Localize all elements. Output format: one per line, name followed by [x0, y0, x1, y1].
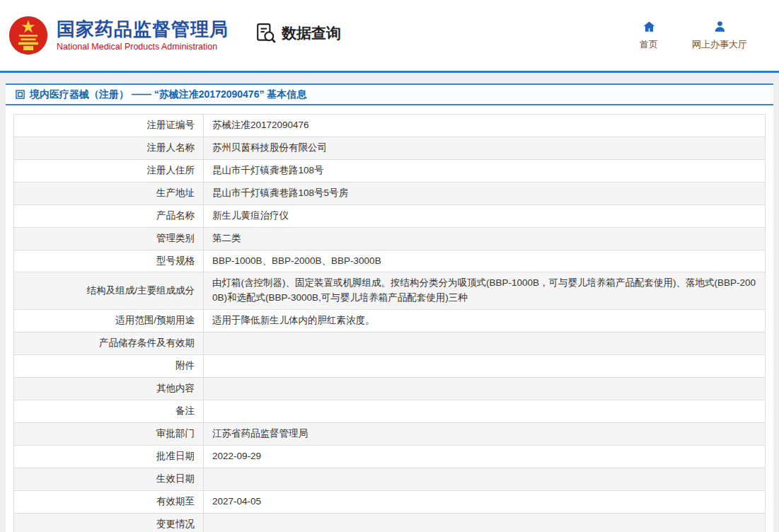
- row-label: 备注: [14, 400, 204, 422]
- top-nav: 首页 网上办事大厅: [640, 20, 747, 51]
- row-label: 产品储存条件及有效期: [14, 332, 204, 355]
- agency-name-cn: 国家药品监督管理局: [57, 19, 229, 40]
- row-label: 批准日期: [14, 445, 204, 468]
- brand-text: 国家药品监督管理局 National Medical Products Admi…: [57, 19, 229, 52]
- table-row: 备注: [14, 400, 766, 422]
- row-value: 2027-04-05: [204, 490, 766, 513]
- row-value: [204, 378, 766, 400]
- row-value: 新生儿黄疸治疗仪: [204, 204, 766, 227]
- table-row: 批准日期 2022-09-29: [14, 445, 766, 468]
- data-query-button[interactable]: 数据查询: [255, 23, 341, 44]
- nmpa-emblem-logo: [8, 16, 48, 55]
- row-label: 产品名称: [14, 204, 204, 227]
- row-label: 有效期至: [14, 490, 204, 513]
- row-value: [204, 355, 766, 378]
- table-row: 适用范围/预期用途 适用于降低新生儿体内的胆红素浓度。: [14, 310, 766, 332]
- row-value: BBP-1000B、BBP-2000B、BBP-3000B: [204, 250, 766, 272]
- table-row: 管理类别 第二类: [14, 227, 766, 250]
- row-label: 注册证编号: [14, 115, 204, 137]
- data-query-icon: [255, 23, 277, 44]
- table-row: 产品名称 新生儿黄疸治疗仪: [14, 204, 766, 227]
- row-value: 昆山市千灯镇龚巷路108号: [204, 159, 766, 182]
- row-value: 适用于降低新生儿体内的胆红素浓度。: [204, 310, 766, 332]
- row-value: 江苏省药品监督管理局: [204, 422, 766, 445]
- table-row: 有效期至 2027-04-05: [14, 490, 766, 513]
- row-value: 2022-09-29: [204, 445, 766, 468]
- section-icon: [16, 90, 25, 99]
- page: 国家药品监督管理局 National Medical Products Admi…: [0, 0, 779, 532]
- table-row: 注册人名称 苏州贝茵科技股份有限公司: [14, 137, 766, 159]
- site-header: 国家药品监督管理局 National Medical Products Admi…: [0, 0, 779, 71]
- row-label: 附件: [14, 355, 204, 378]
- row-value: 由灯箱(含控制器)、固定装置或机脚组成。按结构分类分为吸顶式(BBP-1000B…: [204, 272, 766, 310]
- row-value: 第二类: [204, 227, 766, 250]
- table-row: 结构及组成/主要组成成分 由灯箱(含控制器)、固定装置或机脚组成。按结构分类分为…: [14, 272, 766, 310]
- table-row: 生产地址 昆山市千灯镇龚巷路108号5号房: [14, 182, 766, 204]
- row-label: 审批部门: [14, 422, 204, 445]
- table-row: 生效日期: [14, 468, 766, 490]
- row-label: 变更情况: [14, 513, 204, 532]
- row-value: 苏械注准20172090476: [204, 115, 766, 137]
- nav-home[interactable]: 首页: [640, 20, 658, 51]
- row-value: [204, 400, 766, 422]
- content-panel: 境内医疗器械（注册） —— “苏械注准20172090476” 基本信息 注册证…: [6, 83, 773, 532]
- table-row: 注册证编号 苏械注准20172090476: [14, 115, 766, 137]
- row-value: [204, 468, 766, 490]
- table-row: 注册人住所 昆山市千灯镇龚巷路108号: [14, 159, 766, 182]
- person-icon: [713, 20, 727, 33]
- table-row: 审批部门 江苏省药品监督管理局: [14, 422, 766, 445]
- nav-home-label: 首页: [640, 38, 658, 51]
- row-label: 生产地址: [14, 182, 204, 204]
- main-content: 境内医疗器械（注册） —— “苏械注准20172090476” 基本信息 注册证…: [0, 73, 779, 532]
- table-row: 型号规格 BBP-1000B、BBP-2000B、BBP-3000B: [14, 250, 766, 272]
- table-row: 附件: [14, 355, 766, 378]
- info-table-body: 注册证编号 苏械注准20172090476 注册人名称 苏州贝茵科技股份有限公司…: [14, 115, 766, 532]
- page-title: 境内医疗器械（注册） —— “苏械注准20172090476” 基本信息: [30, 88, 306, 101]
- row-value: 昆山市千灯镇龚巷路108号5号房: [204, 182, 766, 204]
- registration-info-table: 注册证编号 苏械注准20172090476 注册人名称 苏州贝茵科技股份有限公司…: [13, 114, 766, 532]
- nav-service-hall[interactable]: 网上办事大厅: [692, 20, 747, 51]
- row-label: 注册人住所: [14, 159, 204, 182]
- row-label: 结构及组成/主要组成成分: [14, 272, 204, 310]
- row-label: 生效日期: [14, 468, 204, 490]
- row-value: [204, 332, 766, 355]
- home-icon: [642, 20, 656, 33]
- row-label: 注册人名称: [14, 137, 204, 159]
- table-row: 其他内容: [14, 378, 766, 400]
- brand-logo-link[interactable]: 国家药品监督管理局 National Medical Products Admi…: [8, 16, 229, 55]
- row-label: 型号规格: [14, 250, 204, 272]
- data-query-label: 数据查询: [282, 23, 341, 43]
- row-value: [204, 513, 766, 532]
- row-label: 管理类别: [14, 227, 204, 250]
- page-title-bar: 境内医疗器械（注册） —— “苏械注准20172090476” 基本信息: [6, 83, 773, 105]
- nav-service-hall-label: 网上办事大厅: [692, 38, 747, 51]
- table-row: 变更情况: [14, 513, 766, 532]
- row-label: 其他内容: [14, 378, 204, 400]
- row-label: 适用范围/预期用途: [14, 310, 204, 332]
- agency-name-en: National Medical Products Administration: [57, 42, 229, 52]
- table-row: 产品储存条件及有效期: [14, 332, 766, 355]
- row-value: 苏州贝茵科技股份有限公司: [204, 137, 766, 159]
